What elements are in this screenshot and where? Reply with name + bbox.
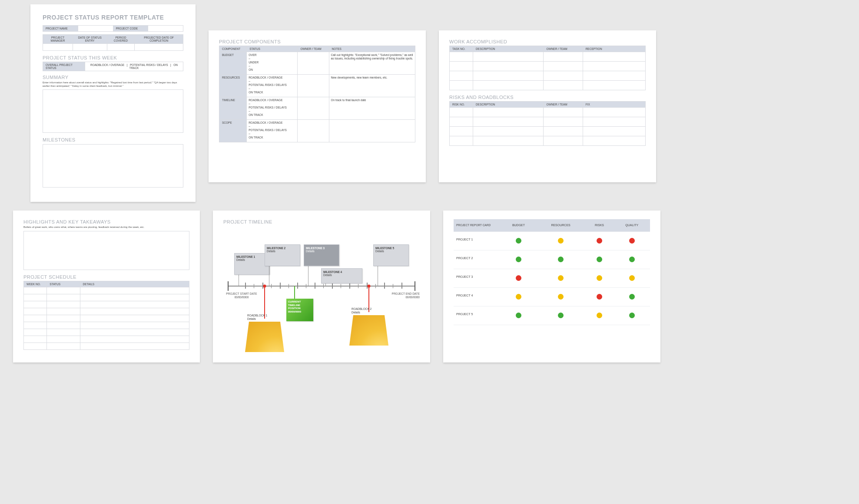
timeline-end-label: PROJECT END DATE 00/00/0000	[385, 292, 420, 300]
status-dot	[629, 275, 635, 281]
highlights-hint: Bullets of great work, who owns what, wh…	[23, 226, 189, 229]
hdr-resources: RESOURCES	[536, 219, 585, 232]
project-name: PROJECT 3	[454, 269, 501, 288]
cell-owner[interactable]	[298, 52, 329, 75]
timeline-canvas: MILESTONE 1 Details MILESTONE 2 Details …	[223, 227, 420, 349]
table-row: PROJECT 1	[454, 232, 650, 250]
status-dot	[516, 275, 521, 281]
cell-status: OVER – UNDER – ON	[247, 52, 298, 75]
project-code-label: PROJECT CODE	[113, 26, 148, 32]
status-label: OVERALL PROJECT STATUS	[43, 62, 85, 71]
status-dot	[558, 275, 564, 281]
hdr-notes: NOTES	[329, 46, 415, 52]
row-label: BUDGET	[219, 52, 247, 75]
table-row: PROJECT 5	[454, 306, 650, 325]
highlights-title: HIGHLIGHTS AND KEY TAKEAWAYS	[23, 219, 189, 224]
highlights-box[interactable]	[23, 231, 189, 270]
table-row	[450, 81, 646, 90]
table-row	[450, 52, 646, 62]
hdr-risk: RISK NO.	[450, 102, 473, 108]
timeline-title: PROJECT TIMELINE	[223, 219, 420, 224]
cell-owner[interactable]	[298, 120, 329, 142]
schedule-table: WEEK NO. STATUS DETAILS	[23, 281, 189, 350]
milestone-box: MILESTONE 2 Details	[265, 244, 300, 266]
milestones-title: MILESTONES	[43, 137, 183, 142]
roadblock-label: ROADBLOCK 2 Details	[352, 307, 371, 315]
status-dot	[558, 238, 564, 244]
roadblock-label: ROADBLOCK 1 Details	[247, 314, 267, 321]
status-dot	[629, 238, 635, 244]
hdr-owner: OWNER / TEAM	[298, 46, 329, 52]
hdr-fix: FIX	[583, 102, 645, 108]
roadblock-box	[349, 315, 388, 346]
roadblock-box	[245, 322, 284, 352]
status-dot	[558, 257, 564, 262]
cell-owner[interactable]	[298, 75, 329, 97]
project-name: PROJECT 2	[454, 250, 501, 269]
milestone-box: MILESTONE 5 Details	[373, 244, 409, 266]
cell-notes[interactable]: On track to final launch date	[329, 97, 415, 120]
hdr-report-card: PROJECT REPORT CARD	[454, 219, 501, 232]
val-manager[interactable]	[43, 44, 73, 51]
project-info-table: PROJECT MANAGER DATE OF STATUS ENTRY PER…	[43, 34, 183, 51]
work-table: TASK NO. DESCRIPTION OWNER / TEAM RECEPT…	[449, 46, 646, 90]
table-row	[450, 117, 646, 127]
table-row: BUDGET OVER – UNDER – ON Call out highli…	[219, 52, 415, 75]
cell-notes[interactable]	[329, 120, 415, 142]
project-code-cell[interactable]	[148, 26, 183, 32]
hdr-owner: OWNER / TEAM	[544, 46, 583, 52]
milestones-box[interactable]	[43, 144, 183, 188]
cell-status: ROADBLOCK / OVERAGE – POTENTIAL RISKS / …	[247, 120, 298, 142]
project-name: PROJECT 4	[454, 288, 501, 306]
hdr-reception: RECEPTION	[583, 46, 645, 52]
timeline-end-tick	[415, 281, 415, 291]
milestone-box: MILESTONE 4 Details	[321, 268, 362, 283]
hdr-task: TASK NO.	[450, 46, 473, 52]
status-dot	[597, 294, 602, 300]
table-row	[450, 108, 646, 117]
table-row	[24, 343, 189, 349]
table-row	[450, 62, 646, 71]
row-label: RESOURCES	[219, 75, 247, 97]
cell-notes[interactable]: Call out highlights: "Exceptional work,"…	[329, 52, 415, 75]
status-dot	[629, 257, 635, 262]
cell-status: ROADBLOCK / OVERAGE – POTENTIAL RISKS / …	[247, 75, 298, 97]
val-completion[interactable]	[135, 44, 183, 51]
project-name-cell[interactable]	[78, 26, 113, 32]
table-row: TIMELINE ROADBLOCK / OVERAGE – POTENTIAL…	[219, 97, 415, 120]
hdr-budget: BUDGET	[501, 219, 536, 232]
hdr-week: WEEK NO.	[24, 281, 47, 287]
val-period[interactable]	[107, 44, 135, 51]
components-title: PROJECT COMPONENTS	[219, 39, 415, 44]
status-week-title: PROJECT STATUS THIS WEEK	[43, 55, 183, 60]
status-dot	[516, 257, 521, 262]
hdr-completion: PROJECTED DATE OF COMPLETION	[135, 35, 183, 44]
timeline-start-tick	[228, 281, 229, 291]
hdr-owner: OWNER / TEAM	[544, 102, 583, 108]
timeline-start-label: PROJECT START DATE 00/00/0000	[224, 292, 259, 300]
status-dot	[597, 313, 602, 318]
work-title: WORK ACCOMPLISHED	[449, 39, 646, 44]
hdr-period: PERIOD COVERED	[107, 35, 135, 44]
current-box: CURRENT TIMELINE POSITION 00/00/0000	[286, 299, 313, 321]
table-row: PROJECT 2	[454, 250, 650, 269]
hdr-status: STATUS	[47, 281, 80, 287]
hdr-status-date: DATE OF STATUS ENTRY	[73, 35, 107, 44]
status-dot	[597, 275, 602, 281]
card-report-card: PROJECT REPORT CARD BUDGET RESOURCES RIS…	[443, 211, 660, 362]
val-status-date[interactable]	[73, 44, 107, 51]
row-label: TIMELINE	[219, 97, 247, 120]
card-timeline: PROJECT TIMELINE MILESTONE 1	[213, 211, 430, 362]
table-row: SCOPE ROADBLOCK / OVERAGE – POTENTIAL RI…	[219, 120, 415, 142]
table-row	[24, 301, 189, 308]
cell-status: ROADBLOCK / OVERAGE – POTENTIAL RISKS / …	[247, 97, 298, 120]
status-dot	[629, 313, 635, 318]
cell-owner[interactable]	[298, 97, 329, 120]
status-dot	[629, 294, 635, 300]
summary-box[interactable]	[43, 89, 183, 133]
card-highlights: HIGHLIGHTS AND KEY TAKEAWAYS Bullets of …	[13, 211, 200, 362]
card-work-risks: WORK ACCOMPLISHED TASK NO. DESCRIPTION O…	[439, 30, 656, 182]
table-row: RESOURCES ROADBLOCK / OVERAGE – POTENTIA…	[219, 75, 415, 97]
hdr-component: COMPONENT	[219, 46, 247, 52]
cell-notes[interactable]: New developments, new team members, etc.	[329, 75, 415, 97]
